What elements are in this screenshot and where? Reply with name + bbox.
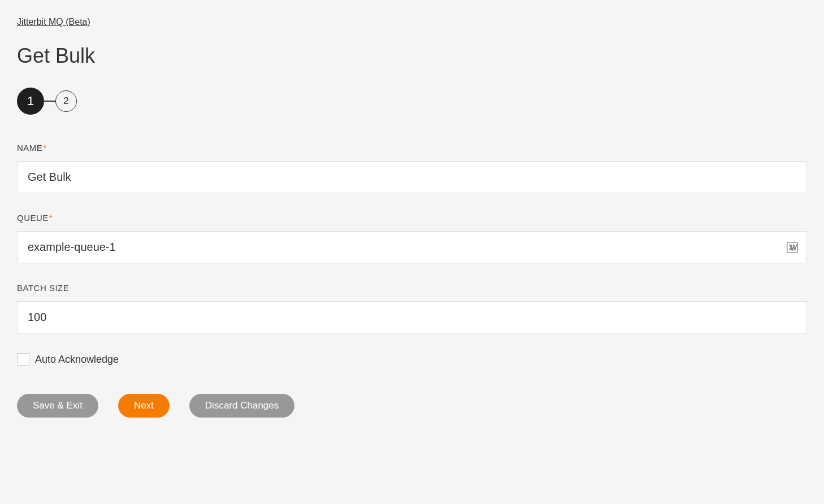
name-label-text: NAME [17, 143, 42, 153]
discard-button[interactable]: Discard Changes [189, 394, 294, 418]
save-exit-button[interactable]: Save & Exit [17, 394, 98, 418]
batch-size-input[interactable] [17, 301, 807, 333]
step-connector [44, 101, 55, 102]
form-group-name: NAME* [17, 143, 807, 193]
breadcrumb-link[interactable]: Jitterbit MQ (Beta) [17, 17, 90, 27]
form-group-batch-size: BATCH SIZE [17, 283, 807, 333]
form-group-queue: QUEUE* V [17, 213, 807, 263]
stepper: 1 2 [17, 88, 807, 115]
auto-ack-label[interactable]: Auto Acknowledge [35, 354, 119, 366]
svg-text:V: V [790, 244, 795, 251]
name-label: NAME* [17, 143, 807, 153]
button-row: Save & Exit Next Discard Changes [17, 394, 807, 418]
step-2[interactable]: 2 [55, 90, 77, 112]
queue-label-text: QUEUE [17, 213, 49, 223]
next-button[interactable]: Next [118, 394, 170, 418]
name-input[interactable] [17, 161, 807, 193]
page-title: Get Bulk [17, 44, 807, 68]
required-icon: * [43, 143, 46, 153]
auto-ack-row: Auto Acknowledge [17, 353, 807, 366]
variable-icon[interactable]: V [786, 241, 799, 254]
required-icon: * [49, 213, 53, 223]
queue-input[interactable] [17, 231, 807, 263]
auto-ack-checkbox[interactable] [17, 353, 29, 366]
step-1[interactable]: 1 [17, 88, 44, 115]
batch-size-label: BATCH SIZE [17, 283, 807, 293]
queue-label: QUEUE* [17, 213, 807, 223]
